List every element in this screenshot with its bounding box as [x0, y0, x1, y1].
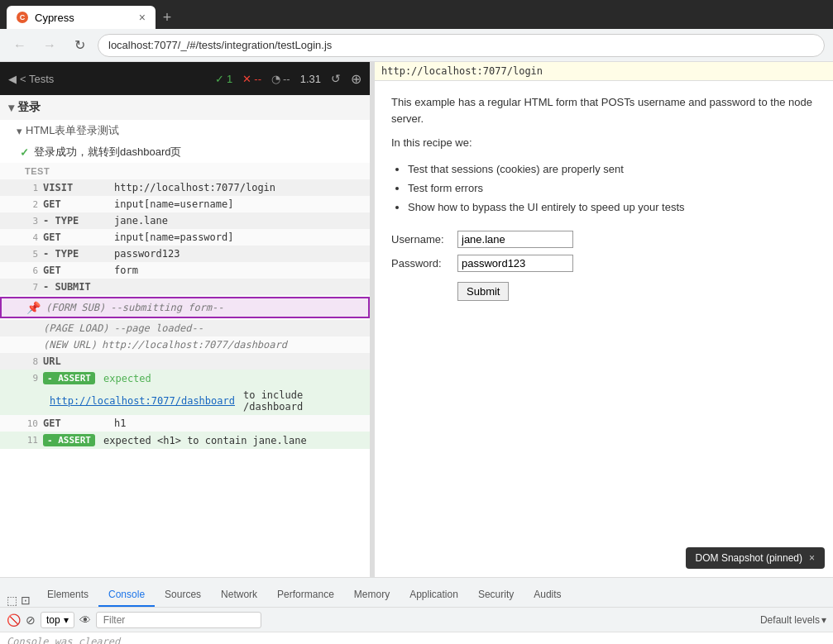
new-tab-button[interactable]: + — [156, 6, 179, 29]
tab-performance[interactable]: Performance — [267, 584, 344, 607]
cmd-assert-suffix: to include /dashboard — [243, 389, 363, 413]
cmd-row-2[interactable]: 2 GET input[name=username] — [0, 196, 370, 212]
cmd-row-11[interactable]: 11 - ASSERT expected <h1> to contain jan… — [0, 432, 370, 449]
tab-close-button[interactable]: × — [139, 11, 146, 24]
cmd-arg-5: password123 — [114, 248, 180, 260]
cmd-assert-link[interactable]: http://localhost:7077/dashboard — [50, 395, 235, 407]
time-stat: 1.31 — [300, 73, 321, 85]
console-cleared-message: Console was cleared — [0, 632, 833, 644]
tab-memory[interactable]: Memory — [344, 584, 400, 607]
level-label: Default levels — [760, 614, 820, 626]
device-toolbar-icon[interactable]: ⊡ — [21, 594, 31, 607]
eye-icon[interactable]: 👁 — [79, 613, 91, 627]
submit-row: Submit — [391, 279, 816, 301]
cmd-arg-3: jane.lane — [114, 215, 168, 227]
login-form: Username: Password: Submit — [391, 231, 816, 301]
log-level-selector[interactable]: Default levels ▾ — [760, 614, 826, 626]
cmd-name-6: GET — [43, 265, 109, 276]
devtools-icons-group: ⬚ ⊡ — [7, 594, 31, 607]
suite-toggle-icon[interactable]: ▾ — [8, 101, 14, 114]
active-tab[interactable]: C Cypress × — [7, 6, 156, 29]
cmd-row-9b: http://localhost:7077/dashboard to inclu… — [0, 387, 370, 415]
assert-badge-11: - ASSERT — [43, 434, 95, 446]
forward-button[interactable]: → — [38, 34, 61, 57]
tab-sources[interactable]: Sources — [155, 584, 211, 607]
cmd-name-1: VISIT — [43, 182, 109, 193]
cmd-row-4[interactable]: 4 GET input[name=password] — [0, 229, 370, 246]
cmd-form-sub-arg: --submitting form-- — [110, 302, 223, 313]
tab-elements[interactable]: Elements — [37, 584, 98, 607]
address-bar[interactable] — [98, 34, 825, 57]
sub-suite: ▾ HTML表单登录测试 — [0, 120, 370, 141]
cmd-num-10: 10 — [25, 418, 38, 429]
cmd-new-url: (NEW URL) — [43, 339, 97, 351]
devtools-toolbar: 🚫 ⊘ top ▾ 👁 Default levels ▾ — [0, 608, 833, 632]
cmd-name-2: GET — [43, 198, 109, 210]
main-layout: ◀ < Tests ✓ 1 ✕ -- ◔ -- 1.31 ↺ ⊕ — [0, 62, 833, 577]
cmd-row-10[interactable]: 10 GET h1 — [0, 415, 370, 432]
cmd-num-8: 8 — [25, 356, 38, 367]
cmd-name-7: - SUBMIT — [43, 281, 109, 293]
fail-stat: ✕ -- — [242, 73, 261, 85]
username-input[interactable] — [457, 231, 573, 248]
console-area: Console was cleared Event: form sub ▶ <f… — [0, 632, 833, 644]
tab-title: Cypress — [35, 12, 74, 24]
tab-favicon: C — [17, 12, 28, 23]
cmd-num-9: 9 — [25, 373, 38, 384]
cmd-row-7[interactable]: 7 - SUBMIT — [0, 279, 370, 295]
cypress-toolbar: ◀ < Tests ✓ 1 ✕ -- ◔ -- 1.31 ↺ ⊕ — [0, 62, 370, 95]
app-bullet-2: Test form errors — [408, 179, 816, 198]
cmd-row-3[interactable]: 3 - TYPE jane.lane — [0, 212, 370, 229]
console-filter-input[interactable] — [96, 612, 261, 628]
cmd-row-5[interactable]: 5 - TYPE password123 — [0, 246, 370, 262]
tests-label: < Tests — [20, 73, 54, 85]
cmd-row-new-url[interactable]: (NEW URL) http://localhost:7077/dashboar… — [0, 336, 370, 353]
cmd-row-1[interactable]: 1 VISIT http://localhost:7077/login — [0, 179, 370, 196]
username-label: Username: — [391, 233, 457, 246]
tab-console[interactable]: Console — [98, 584, 155, 607]
cypress-panel: ◀ < Tests ✓ 1 ✕ -- ◔ -- 1.31 ↺ ⊕ — [0, 62, 371, 577]
tab-application[interactable]: Application — [400, 584, 468, 607]
pass-stat: ✓ 1 — [215, 73, 232, 85]
tab-network[interactable]: Network — [211, 584, 267, 607]
cmd-name-8: URL — [43, 355, 109, 367]
cmd-arg-1: http://localhost:7077/login — [114, 182, 275, 193]
reload-button[interactable]: ↺ — [331, 72, 341, 85]
cmd-row-page-load[interactable]: (PAGE LOAD) --page loaded-- — [0, 320, 370, 336]
cmd-row-8[interactable]: 8 URL — [0, 353, 370, 370]
refresh-button[interactable]: ↻ — [68, 34, 91, 57]
cmd-arg-2: input[name=username] — [114, 198, 234, 210]
submit-button[interactable]: Submit — [457, 282, 509, 301]
cmd-num-2: 2 — [25, 199, 38, 210]
context-selector[interactable]: top ▾ — [41, 612, 74, 628]
console-ban-icon[interactable]: 🚫 — [7, 613, 21, 627]
password-label: Password: — [391, 257, 457, 270]
fail-count: -- — [254, 73, 261, 85]
console-filter-icon[interactable]: ⊘ — [26, 613, 36, 627]
devtools-tabs: ⬚ ⊡ Elements Console Sources Network Per… — [0, 578, 833, 608]
cmd-name-4: GET — [43, 231, 109, 243]
password-input[interactable] — [457, 255, 573, 272]
command-log: TEST 1 VISIT http://localhost:7077/login… — [0, 163, 370, 449]
back-button[interactable]: ← — [8, 34, 31, 57]
test-pass-icon: ✓ — [20, 146, 29, 159]
url-bar-preview: http://localhost:7077/login — [375, 62, 833, 81]
elements-cursor-icon[interactable]: ⬚ — [7, 594, 17, 607]
tab-security[interactable]: Security — [468, 584, 524, 607]
test-name: 登录成功，就转到dashboard页 — [34, 145, 181, 160]
cmd-new-url-arg: http://localhost:7077/dashboard — [102, 339, 287, 351]
tab-audits[interactable]: Audits — [524, 584, 571, 607]
cmd-row-6[interactable]: 6 GET form — [0, 262, 370, 279]
compass-button[interactable]: ⊕ — [351, 71, 361, 87]
app-desc-1: This example has a regular HTML form tha… — [391, 94, 816, 126]
app-preview-wrapper: http://localhost:7077/login This example… — [375, 62, 833, 577]
cmd-num-1: 1 — [25, 183, 38, 193]
cmd-arg-10: h1 — [114, 417, 126, 429]
cmd-row-pinned[interactable]: 📌 (FORM SUB) --submitting form-- — [0, 297, 370, 318]
cmd-row-9[interactable]: 9 - ASSERT expected — [0, 370, 370, 387]
sub-suite-toggle-icon[interactable]: ▾ — [17, 125, 22, 137]
cmd-name-5: - TYPE — [43, 248, 109, 260]
dom-snapshot-close-button[interactable]: × — [809, 552, 815, 564]
tests-button[interactable]: ◀ < Tests — [8, 73, 54, 85]
cmd-page-load: (PAGE LOAD) — [43, 322, 108, 334]
